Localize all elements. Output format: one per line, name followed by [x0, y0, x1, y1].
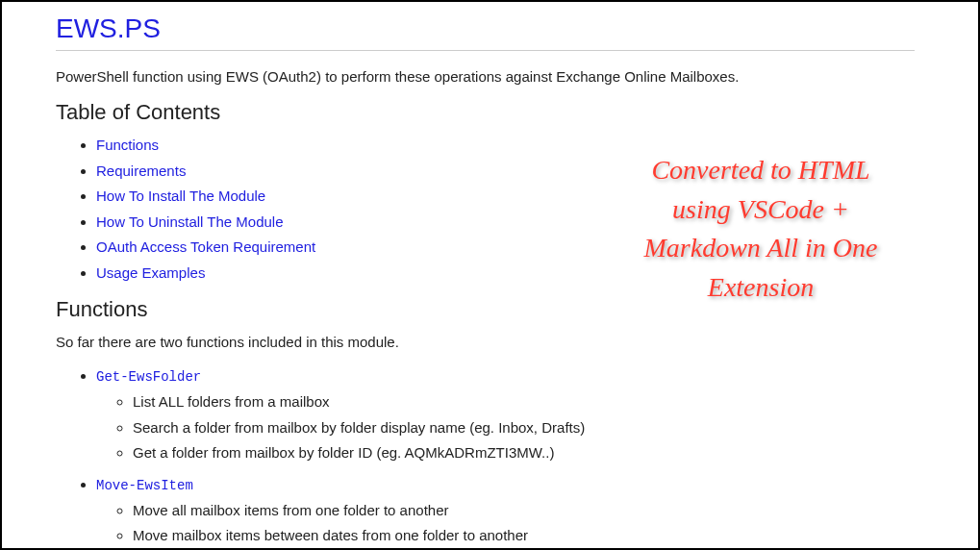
function-item: Get-EwsFolder List ALL folders from a ma…: [96, 365, 915, 464]
toc-link-install[interactable]: How To Install The Module: [96, 188, 265, 204]
intro-text: PowerShell function using EWS (OAuth2) t…: [56, 66, 915, 87]
toc-heading: Table of Contents: [56, 100, 915, 125]
function-link-move-ewsitem[interactable]: Move-EwsItem: [96, 478, 193, 493]
toc-item: Requirements: [96, 161, 915, 183]
functions-intro: So far there are two functions included …: [56, 332, 915, 352]
function-desc: Move all mailbox items from one folder t…: [133, 500, 915, 522]
toc-list: Functions Requirements How To Install Th…: [56, 135, 915, 284]
toc-item: How To Install The Module: [96, 186, 915, 208]
function-link-get-ewsfolder[interactable]: Get-EwsFolder: [96, 369, 201, 385]
toc-link-usage[interactable]: Usage Examples: [96, 264, 205, 281]
function-desc: Move mailbox items between dates from on…: [133, 525, 915, 547]
function-desc: Search a folder from mailbox by folder d…: [133, 417, 915, 439]
function-item: Move-EwsItem Move all mailbox items from…: [96, 474, 915, 547]
document-body: EWS.PS PowerShell function using EWS (OA…: [2, 2, 968, 548]
toc-link-functions[interactable]: Functions: [96, 137, 159, 153]
toc-link-uninstall[interactable]: How To Uninstall The Module: [96, 213, 284, 230]
function-desc: List ALL folders from a mailbox: [133, 391, 915, 413]
functions-heading: Functions: [56, 297, 915, 322]
function-desc-list: List ALL folders from a mailbox Search a…: [96, 391, 915, 464]
function-desc-list: Move all mailbox items from one folder t…: [96, 500, 915, 547]
toc-item: Functions: [96, 135, 915, 157]
toc-item: How To Uninstall The Module: [96, 212, 915, 234]
functions-list: Get-EwsFolder List ALL folders from a ma…: [56, 365, 915, 547]
toc-link-requirements[interactable]: Requirements: [96, 162, 186, 179]
function-desc: Get a folder from mailbox by folder ID (…: [133, 442, 915, 464]
document-scroll[interactable]: EWS.PS PowerShell function using EWS (OA…: [2, 2, 968, 548]
toc-item: Usage Examples: [96, 262, 915, 285]
page-title: EWS.PS: [56, 13, 915, 51]
toc-item: OAuth Access Token Requirement: [96, 237, 915, 259]
toc-link-oauth[interactable]: OAuth Access Token Requirement: [96, 238, 315, 255]
